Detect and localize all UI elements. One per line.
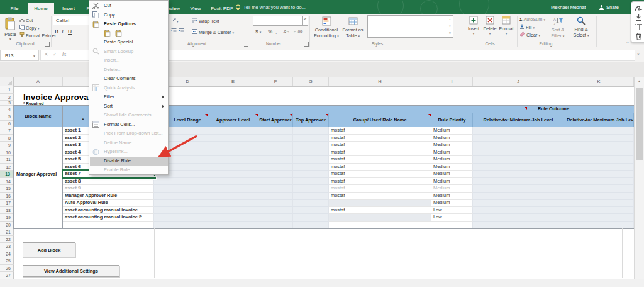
paste-option-icons[interactable] <box>90 29 168 38</box>
column-title-E[interactable]: Approver Level <box>208 113 258 127</box>
add-block-button[interactable]: Add Block <box>23 242 75 257</box>
cell-F15[interactable] <box>258 185 293 193</box>
tab-view[interactable]: View <box>186 3 205 14</box>
cell-D8[interactable] <box>167 135 208 142</box>
format-as-table-button[interactable]: Format as Table ▾ <box>340 16 365 47</box>
menu-item-enable-rule[interactable]: Enable Rule <box>90 166 168 174</box>
cell-G9[interactable] <box>293 142 329 149</box>
cell-J10[interactable] <box>473 149 564 157</box>
autosum-button[interactable]: Σ AutoSum ▾ <box>519 16 545 22</box>
cell-D16[interactable] <box>167 193 208 200</box>
cell-K8[interactable] <box>564 135 634 142</box>
expand-formula-bar-icon[interactable]: ⌄ <box>636 51 640 56</box>
pen-tool-icon[interactable] <box>635 4 643 12</box>
cell-G14[interactable] <box>293 178 329 186</box>
cell-K12[interactable] <box>564 164 634 171</box>
menu-item-quick-analysis[interactable]: Quick Analysis <box>90 84 168 93</box>
menu-item-paste-options[interactable]: Paste Options: <box>90 20 168 28</box>
menu-item-sort[interactable]: Sort <box>90 102 168 111</box>
column-header-E[interactable]: E <box>208 77 258 86</box>
row-header-5[interactable]: 5 <box>0 113 14 121</box>
cell-D10[interactable] <box>167 149 208 157</box>
cell-F13[interactable] <box>258 171 293 178</box>
column-title-D[interactable]: Level Range <box>167 113 208 127</box>
cell-F17[interactable] <box>258 200 293 207</box>
cell-G15[interactable] <box>293 185 329 193</box>
cell-J16[interactable] <box>473 193 564 200</box>
find-select-button[interactable]: Find & Select ▾ <box>569 16 593 47</box>
cell-E7[interactable] <box>208 127 258 135</box>
cell-F16[interactable] <box>258 193 293 200</box>
rule-name-cell-B18[interactable]: asset accounting manual invoice <box>63 207 154 215</box>
cell-G11[interactable] <box>293 156 329 164</box>
column-header-D[interactable]: D <box>167 77 208 86</box>
menu-item-clear-contents[interactable]: Clear Contents <box>90 74 168 83</box>
row-header-20[interactable]: 20 <box>0 222 14 229</box>
cell-F10[interactable] <box>258 149 293 157</box>
paste-dropdown-arrow[interactable]: ▼ <box>2 37 19 41</box>
name-box[interactable]: B13 ▼ <box>0 50 39 61</box>
rule-priority-cell-I14[interactable]: Medium <box>431 178 473 186</box>
column-header-F[interactable]: F <box>258 77 293 86</box>
row-header-23[interactable]: 23 <box>0 243 14 250</box>
column-header-A[interactable]: A <box>14 77 63 86</box>
scroll-up-button[interactable]: ▲ <box>635 77 644 86</box>
cell-D13[interactable] <box>167 171 208 178</box>
row-header-3[interactable]: 3 <box>0 101 14 106</box>
share-button[interactable]: Share <box>606 4 619 10</box>
cell-F9[interactable] <box>258 142 293 149</box>
column-header-K[interactable]: K <box>564 77 634 86</box>
cell-F7[interactable] <box>258 127 293 135</box>
cell-C16[interactable] <box>154 193 167 200</box>
rule-priority-cell-I10[interactable]: Medium <box>431 149 473 157</box>
orientation-button[interactable]: ▾ <box>171 17 179 24</box>
paste-values-icon[interactable] <box>115 30 122 37</box>
row-header-14[interactable]: 14 <box>0 178 14 186</box>
cell-G17[interactable] <box>293 200 329 207</box>
comma-format-button[interactable]: , <box>275 29 277 35</box>
cell-F14[interactable] <box>258 178 293 186</box>
cell-J14[interactable] <box>473 178 564 186</box>
cell-K16[interactable] <box>564 193 634 200</box>
cell-C20[interactable] <box>154 222 167 229</box>
cell-K13[interactable] <box>564 171 634 178</box>
italic-button[interactable]: I <box>62 28 64 35</box>
group-user-role-cell-H20[interactable] <box>329 222 431 229</box>
cell-K7[interactable] <box>564 127 634 135</box>
cell-J8[interactable] <box>473 135 564 142</box>
merge-center-button[interactable]: Merge & Center ▾ <box>192 29 234 35</box>
group-user-role-cell-H17[interactable] <box>329 200 431 207</box>
rule-name-cell-B16[interactable]: Manager Approver Rule <box>63 193 154 200</box>
conditional-formatting-button[interactable]: Conditional Formatting ▾ <box>311 16 342 47</box>
row-header-18[interactable]: 18 <box>0 207 14 215</box>
row-header-17[interactable]: 17 <box>0 200 14 207</box>
tab-file[interactable]: File <box>4 3 25 14</box>
menu-item-filter[interactable]: Filter <box>90 93 168 101</box>
number-format-spinner[interactable]: ▴▾ <box>302 16 308 26</box>
row-header-1[interactable]: 1 <box>0 86 14 94</box>
cell-F19[interactable] <box>258 214 293 222</box>
row-header-7[interactable]: 7 <box>0 127 14 135</box>
confirm-entry-icon[interactable]: ✓ <box>53 52 57 57</box>
account-username[interactable]: Mekhael Medhat <box>551 4 586 10</box>
cell-J20[interactable] <box>473 222 564 229</box>
copy-button[interactable]: Copy ▾ <box>19 25 40 31</box>
group-user-role-cell-H7[interactable]: mostaf <box>329 127 431 135</box>
menu-item-define-name[interactable]: Define Name... <box>90 138 168 147</box>
cell-K15[interactable] <box>564 185 634 193</box>
cell-D12[interactable] <box>167 164 208 171</box>
tab-insert[interactable]: Insert <box>57 3 80 14</box>
cell-J18[interactable] <box>473 207 564 215</box>
rule-priority-cell-I9[interactable]: Medium <box>431 142 473 149</box>
menu-item-format-cells[interactable]: Format Cells... <box>90 120 168 129</box>
font-name-box[interactable]: Calibri <box>53 16 92 25</box>
cell-C15[interactable] <box>154 185 167 193</box>
group-user-role-cell-H13[interactable]: mostaf <box>329 171 431 178</box>
menu-item-smart-lookup[interactable]: Smart Lookup <box>90 47 168 56</box>
row-header-11[interactable]: 11 <box>0 156 14 164</box>
clipboard-dialog-launcher[interactable] <box>45 42 50 47</box>
rule-priority-cell-I17[interactable]: Medium <box>431 200 473 207</box>
select-all-corner[interactable] <box>0 77 14 86</box>
column-title-J[interactable]: Relative-to: Minimum Job Level <box>473 113 564 127</box>
styles-gallery-scroll[interactable]: ▴▾≡ <box>447 15 453 38</box>
